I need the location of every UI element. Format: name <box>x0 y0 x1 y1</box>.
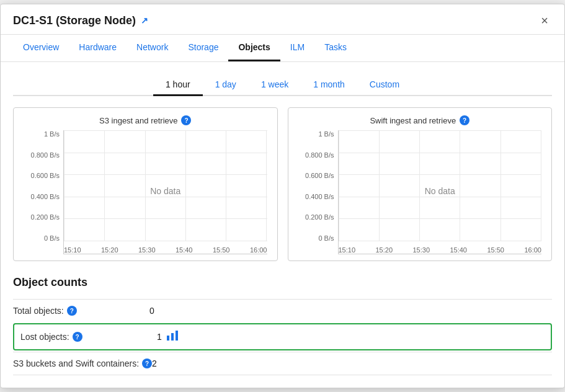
modal-title: DC1-S1 (Storage Node) ↗ <box>13 14 148 27</box>
time-tab-custom[interactable]: Custom <box>357 74 412 96</box>
s3-chart-label: S3 ingest and retrieve <box>99 116 177 125</box>
s3-y-label-6: 1 B/s <box>44 130 60 138</box>
s3-buckets-help-icon[interactable]: ? <box>142 359 152 368</box>
swift-help-icon[interactable]: ? <box>460 115 469 125</box>
s3-x-label: 16:00 <box>250 246 267 254</box>
swift-chart: Swift ingest and retrieve ? 1 B/s 0.800 … <box>288 107 553 261</box>
time-tab-1month[interactable]: 1 month <box>301 74 357 96</box>
s3-y-label-3: 0.400 B/s <box>31 193 60 200</box>
swift-x-label: 15:10 <box>339 246 356 254</box>
storage-node-modal: DC1-S1 (Storage Node) ↗ × Overview Hardw… <box>0 4 565 388</box>
s3-x-label: 15:10 <box>64 246 81 254</box>
tab-storage[interactable]: Storage <box>178 35 228 61</box>
swift-chart-area: 1 B/s 0.800 B/s 0.600 B/s 0.400 B/s 0.20… <box>298 130 542 254</box>
lost-objects-label: Lost objects: ? <box>20 332 157 342</box>
nav-tabs: Overview Hardware Network Storage Object… <box>1 35 564 62</box>
swift-y-label-4: 0.600 B/s <box>305 172 334 179</box>
s3-buckets-value: 2 <box>152 359 157 368</box>
v-grid-line <box>64 130 65 241</box>
swift-chart-label: Swift ingest and retrieve <box>370 116 456 125</box>
tab-ilm[interactable]: ILM <box>280 35 314 61</box>
bar-chart-icon[interactable] <box>167 331 178 343</box>
v-grid-line <box>460 130 460 241</box>
swift-y-label-3: 0.400 B/s <box>305 193 334 200</box>
v-grid-line <box>500 130 501 241</box>
s3-x-axis: 15:10 15:20 15:30 15:40 15:50 16:00 <box>64 244 267 254</box>
swift-y-label-1: 0 B/s <box>318 234 334 242</box>
total-objects-label: Total objects: ? <box>13 306 149 316</box>
s3-buckets-label-text: S3 buckets and Swift containers: <box>13 359 139 368</box>
total-objects-label-text: Total objects: <box>13 306 64 316</box>
v-grid-line <box>104 130 105 241</box>
s3-y-label-1: 0 B/s <box>44 234 60 242</box>
lost-objects-row: Lost objects: ? 1 <box>13 323 552 350</box>
tab-hardware[interactable]: Hardware <box>69 35 127 61</box>
swift-y-axis: 1 B/s 0.800 B/s 0.600 B/s 0.400 B/s 0.20… <box>298 130 338 254</box>
v-grid-line <box>541 130 541 241</box>
modal-header: DC1-S1 (Storage Node) ↗ × <box>1 4 564 35</box>
total-objects-help-icon[interactable]: ? <box>67 306 77 316</box>
lost-objects-label-text: Lost objects: <box>20 332 69 342</box>
s3-chart-inner: No data 15:10 15:20 15:30 15:40 15:50 16… <box>63 130 267 254</box>
swift-y-label-6: 1 B/s <box>318 130 334 138</box>
swift-x-label: 15:20 <box>375 246 393 254</box>
s3-no-data: No data <box>150 186 180 196</box>
tab-network[interactable]: Network <box>127 35 178 61</box>
s3-chart-area: 1 B/s 0.800 B/s 0.600 B/s 0.400 B/s 0.20… <box>24 130 267 254</box>
s3-y-axis: 1 B/s 0.800 B/s 0.600 B/s 0.400 B/s 0.20… <box>24 130 63 254</box>
s3-buckets-row: S3 buckets and Swift containers: ? 2 <box>13 352 552 375</box>
v-grid-line <box>379 130 380 241</box>
total-objects-row: Total objects: ? 0 <box>13 299 552 322</box>
swift-chart-inner: No data 15:10 15:20 15:30 15:40 15:50 16… <box>338 130 542 254</box>
s3-y-label-4: 0.600 B/s <box>31 172 60 179</box>
svg-rect-2 <box>176 331 178 341</box>
s3-help-icon[interactable]: ? <box>181 115 191 125</box>
v-grid-line <box>185 130 186 241</box>
s3-x-label: 15:20 <box>101 246 118 254</box>
swift-x-label: 16:00 <box>524 246 541 254</box>
s3-buckets-label: S3 buckets and Swift containers: ? <box>13 359 152 368</box>
v-grid-line <box>419 130 420 241</box>
svg-rect-0 <box>167 336 169 341</box>
v-grid-line <box>145 130 146 241</box>
svg-rect-1 <box>171 333 174 341</box>
tab-objects[interactable]: Objects <box>228 35 280 61</box>
time-tabs: 1 hour 1 day 1 week 1 month Custom <box>13 74 552 96</box>
modal-title-text: DC1-S1 (Storage Node) <box>13 14 136 27</box>
swift-y-label-2: 0.200 B/s <box>305 213 334 221</box>
tab-tasks[interactable]: Tasks <box>314 35 357 61</box>
time-tab-1hour[interactable]: 1 hour <box>153 74 203 96</box>
s3-x-label: 15:40 <box>176 246 193 254</box>
s3-chart-title: S3 ingest and retrieve ? <box>24 115 267 125</box>
time-tab-1day[interactable]: 1 day <box>203 74 249 96</box>
swift-x-label: 15:30 <box>412 246 430 254</box>
object-counts-title: Object counts <box>13 276 552 289</box>
s3-x-label: 15:30 <box>138 246 156 254</box>
tab-overview[interactable]: Overview <box>13 35 69 61</box>
modal-body: 1 hour 1 day 1 week 1 month Custom S3 in… <box>1 62 564 388</box>
s3-y-label-5: 0.800 B/s <box>31 151 60 159</box>
lost-objects-help-icon[interactable]: ? <box>73 332 82 342</box>
v-grid-line <box>339 130 339 241</box>
v-grid-line <box>266 130 267 241</box>
swift-x-axis: 15:10 15:20 15:30 15:40 15:50 16:00 <box>339 244 542 254</box>
s3-x-label: 15:50 <box>213 246 230 254</box>
time-tab-1week[interactable]: 1 week <box>249 74 301 96</box>
swift-x-label: 15:40 <box>450 246 467 254</box>
charts-row: S3 ingest and retrieve ? 1 B/s 0.800 B/s… <box>13 107 552 261</box>
swift-chart-title: Swift ingest and retrieve ? <box>298 115 542 125</box>
swift-no-data: No data <box>425 186 455 196</box>
lost-objects-value: 1 <box>157 332 162 342</box>
v-grid-line <box>226 130 226 241</box>
s3-chart: S3 ingest and retrieve ? 1 B/s 0.800 B/s… <box>13 107 278 261</box>
swift-x-label: 15:50 <box>487 246 504 254</box>
close-button[interactable]: × <box>537 13 552 28</box>
swift-y-label-5: 0.800 B/s <box>305 151 334 159</box>
total-objects-value: 0 <box>149 306 154 316</box>
s3-y-label-2: 0.200 B/s <box>31 213 60 221</box>
external-link-icon[interactable]: ↗ <box>141 16 148 25</box>
